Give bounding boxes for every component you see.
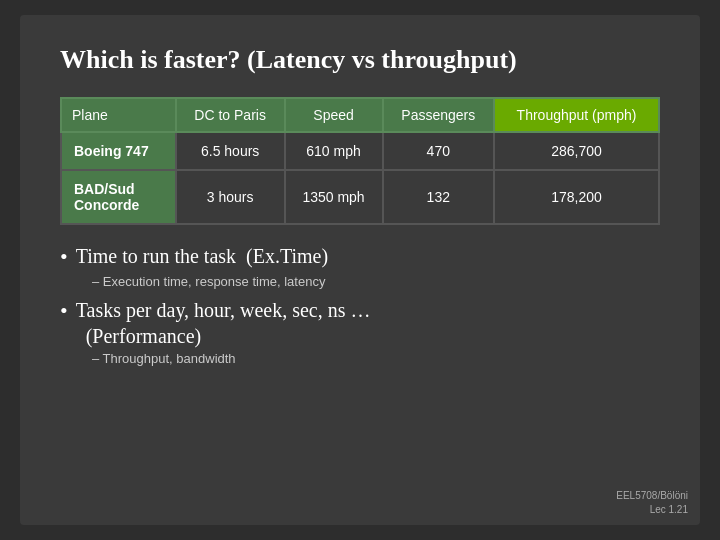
bullet-sub-1: – Execution time, response time, latency xyxy=(92,274,660,289)
bullet-text-2: Tasks per day, hour, week, sec, ns … (Pe… xyxy=(76,297,371,349)
bullet-1: • Time to run the task (Ex.Time) xyxy=(60,243,660,272)
cell-throughput-2: 178,200 xyxy=(494,170,659,224)
comparison-table-wrapper: Plane DC to Paris Speed Passengers Throu… xyxy=(60,97,660,225)
bullet-dot-1: • xyxy=(60,243,68,272)
cell-dc-paris-2: 3 hours xyxy=(176,170,285,224)
col-header-plane: Plane xyxy=(61,98,176,132)
table-header-row: Plane DC to Paris Speed Passengers Throu… xyxy=(61,98,659,132)
col-header-dc-paris: DC to Paris xyxy=(176,98,285,132)
bullet-sub-2: – Throughput, bandwidth xyxy=(92,351,660,366)
table-row: Boeing 747 6.5 hours 610 mph 470 286,700 xyxy=(61,132,659,170)
footer-line2: Lec 1.21 xyxy=(650,504,688,515)
table-row: BAD/SudConcorde 3 hours 1350 mph 132 178… xyxy=(61,170,659,224)
cell-throughput-1: 286,700 xyxy=(494,132,659,170)
bullet-2: • Tasks per day, hour, week, sec, ns … (… xyxy=(60,297,660,349)
col-header-speed: Speed xyxy=(285,98,383,132)
footer: EEL5708/Bölöni Lec 1.21 xyxy=(616,489,688,517)
cell-passengers-2: 132 xyxy=(383,170,495,224)
cell-passengers-1: 470 xyxy=(383,132,495,170)
slide: Which is faster? (Latency vs throughput)… xyxy=(20,15,700,525)
cell-dc-paris-1: 6.5 hours xyxy=(176,132,285,170)
cell-speed-1: 610 mph xyxy=(285,132,383,170)
slide-title: Which is faster? (Latency vs throughput) xyxy=(60,45,660,75)
bullet-section: • Time to run the task (Ex.Time) – Execu… xyxy=(60,243,660,366)
cell-speed-2: 1350 mph xyxy=(285,170,383,224)
col-header-throughput: Throughput (pmph) xyxy=(494,98,659,132)
col-header-passengers: Passengers xyxy=(383,98,495,132)
cell-plane-1: Boeing 747 xyxy=(61,132,176,170)
bullet-text-1: Time to run the task (Ex.Time) xyxy=(76,243,328,269)
footer-line1: EEL5708/Bölöni xyxy=(616,490,688,501)
cell-plane-2: BAD/SudConcorde xyxy=(61,170,176,224)
bullet-dot-2: • xyxy=(60,297,68,326)
comparison-table: Plane DC to Paris Speed Passengers Throu… xyxy=(60,97,660,225)
